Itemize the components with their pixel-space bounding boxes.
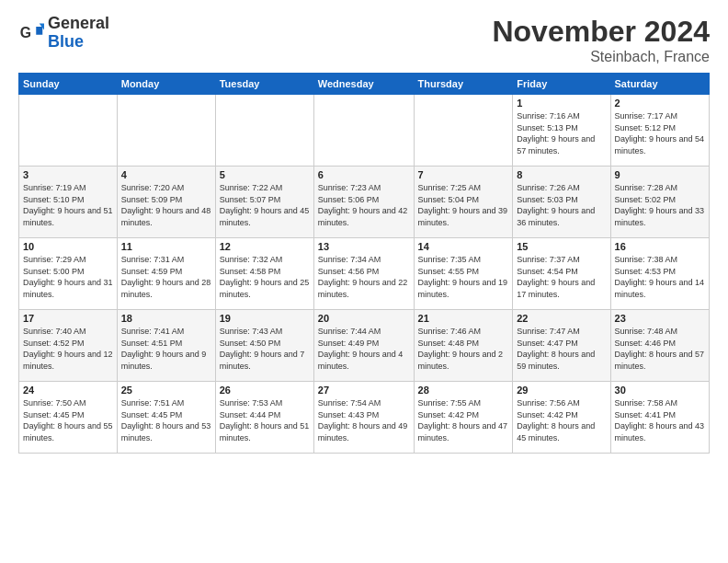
table-row: 23Sunrise: 7:48 AM Sunset: 4:46 PM Dayli…: [610, 310, 709, 382]
day-number: 20: [318, 313, 410, 324]
table-row: 15Sunrise: 7:37 AM Sunset: 4:54 PM Dayli…: [513, 238, 610, 310]
day-number: 26: [220, 385, 310, 396]
table-row: 16Sunrise: 7:38 AM Sunset: 4:53 PM Dayli…: [610, 238, 709, 310]
header-tuesday: Tuesday: [215, 74, 313, 95]
title-block: November 2024 Steinbach, France: [492, 15, 710, 65]
table-row: 13Sunrise: 7:34 AM Sunset: 4:56 PM Dayli…: [313, 238, 414, 310]
day-info: Sunrise: 7:19 AM Sunset: 5:10 PM Dayligh…: [23, 182, 113, 228]
day-number: 28: [418, 385, 509, 396]
main-title: November 2024: [492, 15, 710, 49]
table-row: 4Sunrise: 7:20 AM Sunset: 5:09 PM Daylig…: [117, 167, 215, 238]
day-number: 3: [23, 169, 113, 180]
header-saturday: Saturday: [610, 74, 709, 95]
header-wednesday: Wednesday: [313, 74, 414, 95]
table-row: 6Sunrise: 7:23 AM Sunset: 5:06 PM Daylig…: [313, 167, 414, 238]
table-row: 12Sunrise: 7:32 AM Sunset: 4:58 PM Dayli…: [215, 238, 313, 310]
table-row: 8Sunrise: 7:26 AM Sunset: 5:03 PM Daylig…: [513, 167, 610, 238]
day-number: 24: [23, 385, 113, 396]
day-info: Sunrise: 7:58 AM Sunset: 4:41 PM Dayligh…: [615, 397, 705, 443]
day-info: Sunrise: 7:40 AM Sunset: 4:52 PM Dayligh…: [23, 326, 113, 372]
day-number: 16: [615, 241, 705, 252]
header-sunday: Sunday: [19, 74, 118, 95]
table-row: 29Sunrise: 7:56 AM Sunset: 4:42 PM Dayli…: [513, 382, 610, 454]
day-info: Sunrise: 7:50 AM Sunset: 4:45 PM Dayligh…: [23, 397, 113, 443]
day-number: 21: [418, 313, 509, 324]
day-number: 11: [121, 241, 211, 252]
day-info: Sunrise: 7:22 AM Sunset: 5:07 PM Dayligh…: [220, 182, 310, 228]
table-row: 10Sunrise: 7:29 AM Sunset: 5:00 PM Dayli…: [19, 238, 118, 310]
day-number: 1: [517, 98, 606, 109]
day-info: Sunrise: 7:26 AM Sunset: 5:03 PM Dayligh…: [517, 182, 606, 228]
table-row: [19, 95, 118, 167]
table-row: [117, 95, 215, 167]
svg-marker-1: [36, 27, 42, 35]
day-number: 19: [220, 313, 310, 324]
day-info: Sunrise: 7:32 AM Sunset: 4:58 PM Dayligh…: [220, 254, 310, 300]
day-info: Sunrise: 7:25 AM Sunset: 5:04 PM Dayligh…: [418, 182, 509, 228]
day-info: Sunrise: 7:20 AM Sunset: 5:09 PM Dayligh…: [121, 182, 211, 228]
day-info: Sunrise: 7:17 AM Sunset: 5:12 PM Dayligh…: [615, 110, 705, 156]
table-row: 30Sunrise: 7:58 AM Sunset: 4:41 PM Dayli…: [610, 382, 709, 454]
day-info: Sunrise: 7:41 AM Sunset: 4:51 PM Dayligh…: [121, 326, 211, 372]
logo-general-text: General: [48, 14, 109, 32]
logo-blue-text: Blue: [48, 32, 84, 51]
table-row: 18Sunrise: 7:41 AM Sunset: 4:51 PM Dayli…: [117, 310, 215, 382]
subtitle: Steinbach, France: [492, 49, 710, 65]
day-info: Sunrise: 7:44 AM Sunset: 4:49 PM Dayligh…: [318, 326, 410, 372]
table-row: 19Sunrise: 7:43 AM Sunset: 4:50 PM Dayli…: [215, 310, 313, 382]
table-row: 7Sunrise: 7:25 AM Sunset: 5:04 PM Daylig…: [414, 167, 513, 238]
header-monday: Monday: [117, 74, 215, 95]
day-number: 8: [517, 169, 606, 180]
day-info: Sunrise: 7:47 AM Sunset: 4:47 PM Dayligh…: [517, 326, 606, 372]
day-info: Sunrise: 7:53 AM Sunset: 4:44 PM Dayligh…: [220, 397, 310, 443]
day-number: 12: [220, 241, 310, 252]
table-row: 17Sunrise: 7:40 AM Sunset: 4:52 PM Dayli…: [19, 310, 118, 382]
day-info: Sunrise: 7:34 AM Sunset: 4:56 PM Dayligh…: [318, 254, 410, 300]
table-row: [215, 95, 313, 167]
table-row: 27Sunrise: 7:54 AM Sunset: 4:43 PM Dayli…: [313, 382, 414, 454]
day-info: Sunrise: 7:28 AM Sunset: 5:02 PM Dayligh…: [615, 182, 705, 228]
day-number: 6: [318, 169, 410, 180]
day-info: Sunrise: 7:31 AM Sunset: 4:59 PM Dayligh…: [121, 254, 211, 300]
day-number: 22: [517, 313, 606, 324]
day-info: Sunrise: 7:16 AM Sunset: 5:13 PM Dayligh…: [517, 110, 606, 156]
day-number: 10: [23, 241, 113, 252]
day-info: Sunrise: 7:38 AM Sunset: 4:53 PM Dayligh…: [615, 254, 705, 300]
header-friday: Friday: [513, 74, 610, 95]
day-info: Sunrise: 7:55 AM Sunset: 4:42 PM Dayligh…: [418, 397, 509, 443]
calendar-week-row: 1Sunrise: 7:16 AM Sunset: 5:13 PM Daylig…: [19, 95, 710, 167]
table-row: [414, 95, 513, 167]
table-row: 14Sunrise: 7:35 AM Sunset: 4:55 PM Dayli…: [414, 238, 513, 310]
day-number: 14: [418, 241, 509, 252]
day-number: 29: [517, 385, 606, 396]
day-number: 25: [121, 385, 211, 396]
header-thursday: Thursday: [414, 74, 513, 95]
day-number: 7: [418, 169, 509, 180]
day-info: Sunrise: 7:35 AM Sunset: 4:55 PM Dayligh…: [418, 254, 509, 300]
page-header: G General Blue November 2024 Steinbach, …: [18, 15, 710, 65]
table-row: 1Sunrise: 7:16 AM Sunset: 5:13 PM Daylig…: [513, 95, 610, 167]
calendar-table: Sunday Monday Tuesday Wednesday Thursday…: [18, 73, 710, 454]
calendar-week-row: 10Sunrise: 7:29 AM Sunset: 5:00 PM Dayli…: [19, 238, 710, 310]
table-row: 25Sunrise: 7:51 AM Sunset: 4:45 PM Dayli…: [117, 382, 215, 454]
calendar-week-row: 24Sunrise: 7:50 AM Sunset: 4:45 PM Dayli…: [19, 382, 710, 454]
table-row: 11Sunrise: 7:31 AM Sunset: 4:59 PM Dayli…: [117, 238, 215, 310]
day-number: 13: [318, 241, 410, 252]
day-number: 30: [615, 385, 705, 396]
calendar-week-row: 17Sunrise: 7:40 AM Sunset: 4:52 PM Dayli…: [19, 310, 710, 382]
day-number: 9: [615, 169, 705, 180]
table-row: 26Sunrise: 7:53 AM Sunset: 4:44 PM Dayli…: [215, 382, 313, 454]
day-number: 27: [318, 385, 410, 396]
table-row: 22Sunrise: 7:47 AM Sunset: 4:47 PM Dayli…: [513, 310, 610, 382]
day-info: Sunrise: 7:37 AM Sunset: 4:54 PM Dayligh…: [517, 254, 606, 300]
day-info: Sunrise: 7:56 AM Sunset: 4:42 PM Dayligh…: [517, 397, 606, 443]
day-info: Sunrise: 7:23 AM Sunset: 5:06 PM Dayligh…: [318, 182, 410, 228]
table-row: 28Sunrise: 7:55 AM Sunset: 4:42 PM Dayli…: [414, 382, 513, 454]
svg-text:G: G: [20, 25, 31, 40]
day-info: Sunrise: 7:29 AM Sunset: 5:00 PM Dayligh…: [23, 254, 113, 300]
table-row: 20Sunrise: 7:44 AM Sunset: 4:49 PM Dayli…: [313, 310, 414, 382]
day-info: Sunrise: 7:43 AM Sunset: 4:50 PM Dayligh…: [220, 326, 310, 372]
logo: G General Blue: [18, 15, 109, 52]
table-row: 5Sunrise: 7:22 AM Sunset: 5:07 PM Daylig…: [215, 167, 313, 238]
table-row: 2Sunrise: 7:17 AM Sunset: 5:12 PM Daylig…: [610, 95, 709, 167]
